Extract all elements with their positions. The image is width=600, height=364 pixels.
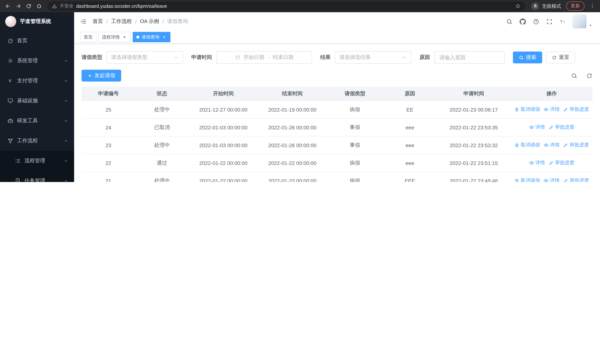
chevron-down-icon — [64, 159, 68, 163]
security-label[interactable]: 不安全 — [60, 3, 74, 9]
sidebar-item-dev-tools[interactable]: 研发工具 — [0, 111, 74, 131]
filter-result: 结果 请选择流结果 — [320, 51, 411, 64]
result-select[interactable]: 请选择流结果 — [335, 51, 411, 64]
cell-reason: EE — [383, 101, 437, 118]
svg-text:T: T — [563, 20, 565, 23]
action-label: 详情 — [535, 124, 545, 131]
sidebar-item-label: 流程管理 — [24, 158, 60, 164]
col-reason: 原因 — [383, 87, 437, 101]
sidebar-item-label: 研发工具 — [17, 118, 60, 124]
start-date-placeholder: 开始日期 — [244, 54, 264, 61]
col-leave-type: 请假类型 — [327, 87, 383, 101]
breadcrumb-item-oa-example[interactable]: OA 示例 — [140, 18, 159, 25]
navbar: 首页 / 工作流程 / OA 示例 / 请假查询 — [74, 12, 600, 31]
chrome-update-button[interactable]: 更新 — [566, 1, 584, 11]
apply-time-range-picker[interactable]: 开始日期 - 结束日期 — [216, 51, 312, 64]
fold-icon — [80, 18, 87, 25]
main-area: 首页 / 工作流程 / OA 示例 / 请假查询 — [74, 12, 600, 182]
detail-action[interactable]: 详情 — [544, 106, 560, 113]
reset-button-label: 重置 — [559, 54, 569, 61]
leave-type-select[interactable]: 请选择请假类型 — [107, 51, 183, 64]
user-menu[interactable] — [572, 14, 593, 28]
app-logo[interactable]: 芋道管理系统 — [0, 12, 74, 31]
cancel-leave-action[interactable]: 取消请假 — [514, 142, 540, 149]
sidebar-item-payment[interactable]: ¥ 支付管理 — [0, 71, 74, 91]
sidebar-collapse-button[interactable] — [74, 12, 93, 31]
action-label: 取消请假 — [521, 106, 540, 113]
cancel-leave-action[interactable]: 取消请假 — [514, 177, 540, 182]
cell-start-time: 2021-12-27 00:00:00 — [189, 101, 258, 118]
fullscreen-icon[interactable] — [546, 18, 553, 25]
browser-back-button[interactable] — [3, 1, 13, 11]
create-leave-button[interactable]: 发起请假 — [82, 70, 121, 82]
action-label: 详情 — [550, 142, 560, 149]
workflow-submenu: 流程管理 任务管理 我的流程 — [0, 151, 74, 182]
breadcrumb-item-home[interactable]: 首页 — [93, 18, 103, 25]
cell-status: 通过 — [135, 154, 189, 172]
kebab-menu-icon — [590, 3, 595, 9]
detail-action[interactable]: 详情 — [544, 177, 560, 182]
refresh-table-icon[interactable] — [586, 73, 593, 79]
sidebar-item-workflow[interactable]: 工作流程 — [0, 131, 74, 151]
select-placeholder: 请选择流结果 — [339, 54, 400, 61]
delete-icon — [514, 143, 519, 148]
reason-input[interactable] — [439, 54, 500, 61]
search-icon[interactable] — [506, 18, 513, 25]
cell-start-time: 2022-01-03 00:00:00 — [189, 118, 258, 136]
search-button[interactable]: 搜索 — [513, 52, 542, 63]
approval-progress-action[interactable]: 审批进度 — [563, 177, 589, 182]
cell-leave-type: 事假 — [327, 136, 383, 154]
breadcrumb: 首页 / 工作流程 / OA 示例 / 请假查询 — [93, 18, 188, 25]
cancel-leave-action[interactable]: 取消请假 — [514, 106, 540, 113]
sidebar-item-process-management[interactable]: 流程管理 — [0, 151, 74, 171]
font-size-icon[interactable]: TT — [559, 18, 566, 25]
url-text[interactable]: dashboard.yudao.iocoder.cn/bpm/oa/leave — [76, 3, 513, 9]
browser-menu-button[interactable] — [587, 1, 597, 11]
approval-progress-action[interactable]: 审批进度 — [549, 124, 574, 131]
browser-reload-button[interactable] — [24, 1, 33, 11]
address-bar[interactable]: 不安全 dashboard.yudao.iocoder.cn/bpm/oa/le… — [47, 1, 525, 11]
cell-reason: eee — [383, 136, 437, 154]
tab-process-detail[interactable]: 流程详情 × — [98, 32, 131, 42]
breadcrumb-item-workflow[interactable]: 工作流程 — [111, 18, 132, 25]
github-icon[interactable] — [519, 18, 526, 25]
filter-leave-type: 请假类型 请选择请假类型 — [82, 51, 183, 64]
approval-progress-action[interactable]: 审批进度 — [563, 106, 589, 113]
help-icon[interactable] — [533, 18, 539, 25]
sidebar-item-infrastructure[interactable]: 基础设施 — [0, 91, 74, 111]
end-date-placeholder: 结束日期 — [273, 54, 293, 61]
forward-icon — [15, 3, 21, 9]
close-icon[interactable]: × — [122, 35, 127, 40]
detail-action[interactable]: 详情 — [529, 124, 545, 131]
sidebar-item-task-management[interactable]: 任务管理 — [0, 171, 74, 182]
edit-icon — [563, 178, 568, 182]
monitor-icon — [7, 98, 13, 104]
approval-progress-action[interactable]: 审批进度 — [549, 159, 574, 166]
plus-icon — [87, 73, 92, 78]
approval-progress-action[interactable]: 审批进度 — [563, 142, 589, 149]
sidebar-item-system[interactable]: 系统管理 — [0, 51, 74, 71]
reload-icon — [26, 3, 31, 9]
reset-button[interactable]: 重置 — [546, 52, 575, 63]
detail-action[interactable]: 详情 — [544, 142, 560, 149]
close-icon[interactable]: × — [162, 35, 167, 40]
back-icon — [5, 3, 10, 9]
browser-forward-button[interactable] — [13, 1, 23, 11]
sidebar-menu: 首页 系统管理 ¥ 支付管理 — [0, 31, 74, 182]
cell-apply-id: 25 — [82, 101, 135, 118]
bookmark-star-icon[interactable] — [515, 3, 521, 9]
detail-action[interactable]: 详情 — [529, 159, 545, 166]
tab-label: 请假查询 — [141, 34, 159, 40]
sidebar-item-label: 基础设施 — [17, 97, 60, 104]
col-apply-time: 申请时间 — [437, 87, 511, 101]
browser-home-button[interactable] — [34, 1, 44, 11]
edit-icon — [563, 107, 568, 112]
dashboard-icon — [7, 38, 13, 44]
tab-home[interactable]: 首页 — [80, 32, 96, 42]
sidebar-item-home[interactable]: 首页 — [0, 31, 74, 51]
filter-reason: 原因 — [420, 51, 505, 64]
chevron-down-icon — [173, 55, 179, 60]
cell-end-time: 2022-01-19 00:00:00 — [258, 101, 327, 118]
tab-leave-query[interactable]: 请假查询 × — [133, 32, 170, 42]
toggle-search-icon[interactable] — [571, 73, 577, 79]
